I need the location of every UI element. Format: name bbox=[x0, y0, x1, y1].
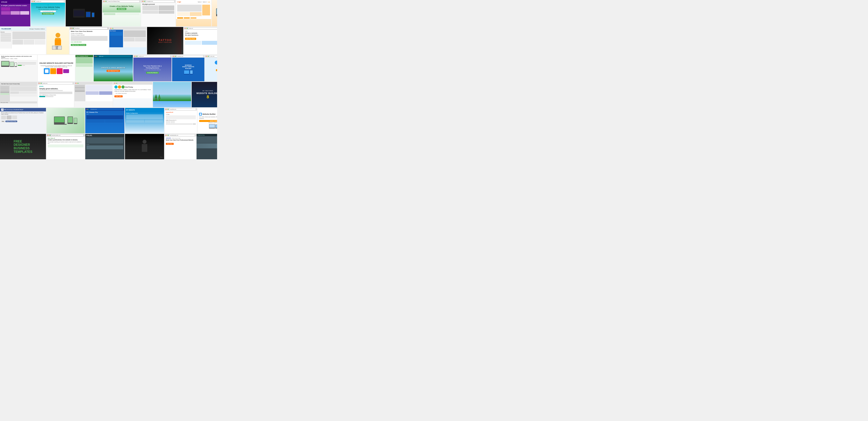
wb-product-overview: PRODUCT OVERVIEW bbox=[199, 122, 217, 123]
turn-passion-sub: It Starts with a Beautiful Website bbox=[143, 69, 161, 70]
responsive-devices-item[interactable]: Responsive Design for all Devices bbox=[212, 0, 217, 26]
folio-logo: FOLIO. bbox=[87, 134, 123, 136]
fb-skip-button[interactable]: Skip bbox=[1, 121, 5, 122]
facebook-shop-item[interactable]: f Why not set up a Facebook Shop? We can… bbox=[0, 108, 46, 133]
iddy-business-item[interactable]: iddy.com iddy Create a websitefor your b… bbox=[184, 27, 217, 54]
create-free-website-item[interactable]: weebly.com ✦ Create a Free Website Today… bbox=[31, 0, 65, 26]
file-menu[interactable]: File bbox=[1, 83, 3, 85]
build-own-button[interactable]: Start Now bbox=[166, 143, 174, 145]
image-grid: SITEJAM A simple, powerful website creat… bbox=[0, 0, 217, 160]
create-pro-desc: This provides everything your business n… bbox=[48, 141, 84, 144]
ninety-second-item[interactable]: 90 SECOND WEBSITE BUILDER 8 bbox=[192, 82, 217, 107]
moonfruit-sub: 'word test' 'word test''word test' 'word… bbox=[166, 121, 196, 123]
free-designer-text: FREEDesignerBusinessTEMPLATES bbox=[14, 140, 32, 154]
build-responsive-title: Build amazing responsive websites with a… bbox=[1, 56, 36, 58]
moonfruit-logo: moonfruit bbox=[166, 111, 196, 113]
format-menu[interactable]: Format bbox=[13, 83, 17, 85]
green-free-website-item[interactable]: Create Free Website Today Create a Free … bbox=[102, 0, 141, 26]
weebly-cta-button[interactable]: Get Started FREE bbox=[42, 13, 54, 15]
sitejam-headline: A simple, powerful website creator bbox=[1, 5, 29, 6]
online-builder-title: ONLINE WEBSITE BUILDER SOFTWARE bbox=[39, 62, 73, 64]
make-own-sub1: Create a Free Website. bbox=[71, 33, 107, 34]
mix-future-item[interactable]: Mix Future bbox=[109, 27, 147, 54]
help-menu[interactable]: Help bbox=[17, 83, 20, 85]
logo-option3: Logo bbox=[208, 1, 210, 3]
turn-passion-item[interactable]: weebly.com Turn Your Passion into aThriv… bbox=[133, 55, 172, 81]
wb-quick-tour[interactable]: QUICK TOUR bbox=[199, 120, 217, 122]
my-website-builder-item[interactable]: MY WEBSITE Mobile Configuration bbox=[125, 108, 164, 133]
create-pro-badge: Best Value ★ bbox=[48, 137, 84, 139]
eng-logo: Engineering bbox=[198, 134, 205, 136]
gostart-item[interactable]: StartToday SURPRISINGLY SIMPLE, FREE AND… bbox=[113, 82, 152, 107]
create-free-blue-item[interactable]: webs.com CREATE A FREE WEBSITE Get Start… bbox=[94, 55, 133, 81]
ninety-sec-label: 90 SECOND bbox=[196, 90, 217, 92]
pc-cleaner-sub: 24/7 bbox=[87, 114, 123, 115]
mobirise-item[interactable]: mobirise.com MOBIRISEMOBILE WEBSITEBUILD… bbox=[172, 55, 205, 81]
edit-menu[interactable]: Edit bbox=[3, 83, 6, 85]
grid-row-4: File Edit View Insert Format Help bbox=[0, 82, 217, 107]
website-editor-item[interactable] bbox=[74, 82, 113, 107]
personal-page-title: Mi página personal bbox=[143, 3, 174, 5]
ucoz-free-label: FREE bbox=[206, 65, 217, 68]
gostart-note: → NO CODING REQUIRED. bbox=[115, 93, 151, 94]
gostart-visit[interactable]: VISIT SITE bbox=[115, 95, 123, 97]
file-editor-item[interactable]: File Edit View Insert Format Help bbox=[0, 82, 37, 107]
create-free-blue-title: CREATE A FREE WEBSITE bbox=[101, 67, 125, 69]
create-pro-title: Create a professional, free website in m… bbox=[48, 139, 84, 141]
tattoo-title: TATTOO bbox=[158, 38, 172, 42]
insert-menu[interactable]: Insert bbox=[9, 83, 12, 85]
build-own-item[interactable]: websitebuilder.com website ▾ We're here … bbox=[165, 134, 196, 159]
create-free-blue-button[interactable]: Get Started Free! bbox=[106, 70, 120, 72]
free-designer-item[interactable]: FREEDesignerBusinessTEMPLATES bbox=[0, 134, 46, 159]
create-free-website-heading: Create a Free Website Today bbox=[32, 6, 64, 8]
mobirise-title: MOBIRISEMOBILE WEBSITEBUILDER bbox=[182, 65, 194, 69]
yola-builder-item[interactable]: YOLABUILDER Designs Templates Addons Ele… bbox=[0, 27, 46, 54]
blueprint-text: YOURWEBSITE bbox=[55, 46, 58, 50]
build-responsive-item[interactable]: Build amazing responsive websites with a… bbox=[0, 55, 37, 81]
green-devices-item[interactable] bbox=[46, 108, 85, 133]
logo-orange-item[interactable]: Logo Option 1 Option 2 Logo bbox=[176, 0, 211, 26]
create-professional-item[interactable]: website-builder.com Best Value ★ Create … bbox=[46, 134, 85, 159]
blueprint-character-item[interactable]: YOURWEBSITE bbox=[46, 27, 69, 54]
online-builder-sub: Comparing outstanding the best website b… bbox=[39, 65, 73, 67]
beach-scene-item[interactable] bbox=[153, 82, 191, 107]
personal-page-item[interactable]: mi-pagina.com Mi página personal bbox=[141, 0, 176, 26]
dark-person-item[interactable]: Photo bbox=[125, 134, 164, 159]
logo-placeholder: Logo bbox=[177, 1, 181, 3]
moonfruit-item[interactable]: moonfruit.com moonfruit ✦ New Hello Prin… bbox=[165, 108, 197, 133]
website-builder-card-item[interactable]: Website Builder Get online. Grow your bu… bbox=[197, 108, 217, 133]
green-website-title: Create a Free Website Today bbox=[110, 5, 133, 7]
grid-row-2: YOLABUILDER Designs Templates Addons Ele… bbox=[0, 27, 217, 54]
domain-search-input[interactable]: yourwebsitesolution.com bbox=[40, 10, 56, 12]
pc-cleaner-item[interactable]: pccleaner.com PC Cleaner Pro 24/7 bbox=[85, 108, 124, 133]
dark-device-item[interactable] bbox=[66, 0, 102, 26]
tattoo-dark-item[interactable]: TATTOO BODY PIERCING bbox=[147, 27, 183, 54]
fb-shop-header: Why not set up a Facebook Shop? bbox=[4, 109, 23, 110]
ucoz-free-item[interactable]: ucoz.com uCoz FREE GET STARTED bbox=[205, 55, 217, 81]
jimdo-item[interactable]: jimdo.com jimdo Simply great websites. O… bbox=[38, 82, 74, 107]
view-menu[interactable]: View bbox=[6, 83, 9, 85]
iddy-logo: iddy bbox=[185, 31, 217, 32]
sitejam-item[interactable]: SITEJAM A simple, powerful website creat… bbox=[0, 0, 30, 26]
my-website-logo: MY WEBSITE bbox=[126, 109, 135, 110]
fb-shop-desc: We can publish your products into your F… bbox=[1, 112, 45, 115]
my-website-title: Mobile Configuration bbox=[126, 112, 163, 114]
iddy-free-button[interactable]: Get Free Now bbox=[185, 38, 196, 40]
fb-setup-button[interactable]: Setup Facebook Shop bbox=[5, 121, 18, 122]
sitejam-logo: SITEJAM bbox=[1, 1, 7, 3]
company-home-label: Your Company Home bbox=[76, 56, 92, 57]
company-home-item[interactable]: Your Company Home bbox=[75, 55, 93, 81]
green-cta-button[interactable]: Get Started bbox=[117, 8, 127, 10]
folio-item[interactable]: FOLIO. MANU bbox=[85, 134, 124, 159]
turn-passion-button[interactable]: Create My Website bbox=[146, 72, 159, 74]
online-builder-software-item[interactable]: ONLINE WEBSITE BUILDER SOFTWARE Comparin… bbox=[38, 55, 75, 81]
make-own-button[interactable]: Sign Up Now - It's Free! bbox=[71, 44, 86, 46]
fb-icon: f bbox=[2, 109, 3, 110]
grid-row-1: SITEJAM A simple, powerful website creat… bbox=[0, 0, 217, 26]
pc-cleaner-title: PC Cleaner Pro bbox=[87, 111, 123, 113]
make-own-website-item[interactable]: VideoBlam Make Your Own Free Website Cre… bbox=[70, 27, 109, 54]
moonfruit-new: ✦ New bbox=[166, 114, 196, 115]
engineering-site-item[interactable]: Engineering bbox=[196, 134, 217, 159]
grid-row-3: Build amazing responsive websites with a… bbox=[0, 55, 217, 81]
ucoz-get-started[interactable]: GET STARTED bbox=[216, 69, 217, 71]
